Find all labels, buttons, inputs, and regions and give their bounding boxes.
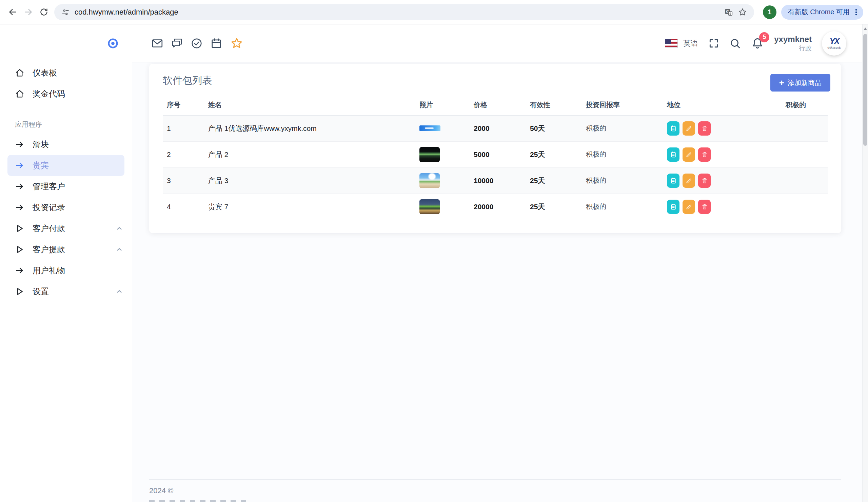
sidebar-item-label: 管理客户 — [32, 181, 123, 192]
delete-button[interactable] — [698, 147, 711, 162]
cell-photo — [415, 194, 469, 220]
station-dusk-photo — [420, 199, 440, 214]
calendar-button[interactable] — [210, 37, 223, 50]
sidebar-item[interactable]: 客户付款 — [0, 218, 132, 239]
favorites-button[interactable] — [230, 36, 244, 50]
browser-menu-dots-icon[interactable] — [852, 8, 860, 17]
notifications[interactable]: 5 — [751, 37, 764, 50]
bookmark-star-icon[interactable] — [738, 8, 747, 17]
row-actions — [667, 174, 777, 188]
chrome-update-button[interactable]: 有新版 Chrome 可用 — [781, 5, 863, 20]
reload-button[interactable] — [36, 4, 52, 20]
fullscreen-icon — [708, 38, 719, 49]
user-avatar[interactable]: YX 优选源码库 — [822, 31, 846, 55]
cell-name: 贵宾 7 — [204, 194, 415, 220]
chevron-up-icon — [116, 288, 123, 295]
cell-validity: 50天 — [526, 115, 582, 142]
package-table: 序号姓名照片价格有效性投资回报率地位积极的 1 产品 1优选源码库www.yxy… — [163, 96, 828, 220]
column-header: 积极的 — [782, 96, 828, 115]
play-triangle-icon — [15, 287, 24, 296]
header-right-cluster: 英语 5 yxymknet — [665, 31, 846, 55]
reload-icon — [39, 8, 49, 17]
chevron-up-icon — [116, 246, 123, 253]
edit-pencil-icon — [685, 203, 692, 210]
cell-price: 5000 — [469, 142, 526, 167]
avatar-logo-mark: YX — [829, 37, 838, 45]
cell-actions — [663, 194, 782, 220]
home-icon — [15, 89, 24, 98]
cell-validity: 25天 — [526, 167, 582, 194]
tasks-button[interactable] — [190, 37, 203, 50]
address-bar[interactable]: cod.hwymw.net/admin/package G — [54, 4, 754, 20]
sidebar: 仪表板 奖金代码 应用程序 滑块 贵宾 — [0, 24, 132, 502]
column-header: 投资回报率 — [582, 96, 663, 115]
cell-serial: 2 — [163, 142, 204, 167]
calendar-note-button[interactable] — [667, 174, 680, 188]
chevron-up-icon — [116, 225, 123, 232]
chat-button[interactable] — [171, 37, 183, 50]
translate-icon[interactable]: G — [724, 8, 733, 17]
footer-copyright: 2024 © — [149, 487, 841, 495]
sidebar-item[interactable]: 贵宾 — [8, 155, 124, 176]
sidebar-item[interactable]: 投资记录 — [0, 197, 132, 218]
sidebar-item[interactable]: 滑块 — [0, 134, 132, 155]
scrollbar-thumb[interactable] — [863, 34, 867, 146]
cell-validity: 25天 — [526, 194, 582, 220]
cell-roi: 积极的 — [582, 115, 663, 142]
column-header: 有效性 — [526, 96, 582, 115]
content-footer: 2024 © — [149, 479, 841, 502]
sidebar-item[interactable]: 仪表板 — [0, 62, 132, 83]
page-title: 软件包列表 — [163, 74, 828, 87]
calendar-note-button[interactable] — [667, 200, 680, 214]
chat-icon — [171, 37, 183, 50]
search-button[interactable] — [729, 38, 741, 49]
fullscreen-button[interactable] — [708, 38, 719, 49]
calendar-note-button[interactable] — [667, 147, 680, 162]
calendar-note-button[interactable] — [667, 121, 680, 136]
arrow-right-icon — [15, 203, 24, 212]
delete-trash-icon — [701, 177, 708, 184]
back-button[interactable] — [5, 4, 20, 20]
cell-photo — [415, 142, 469, 167]
add-product-button[interactable]: + 添加新商品 — [770, 74, 830, 92]
cell-empty — [782, 115, 828, 142]
table-body: 1 产品 1优选源码库www.yxymk.com 2000 50天 积极的 2 … — [163, 115, 828, 220]
sidebar-item-label: 仪表板 — [32, 67, 123, 78]
delete-button[interactable] — [698, 200, 711, 214]
sidebar-toggle-button[interactable] — [107, 37, 119, 50]
sidebar-item-label: 投资记录 — [32, 202, 123, 213]
scrollbar-up-arrow-icon[interactable] — [864, 28, 867, 30]
package-list-card: 软件包列表 + 添加新商品 序号姓名照片价格有效性投资回报率地位积极的 1 — [149, 64, 841, 233]
cell-name: 产品 3 — [204, 167, 415, 194]
browser-profile-avatar[interactable]: 1 — [763, 6, 776, 19]
delete-button[interactable] — [698, 174, 711, 188]
main-column: 英语 5 yxymknet — [132, 24, 868, 502]
language-selector[interactable]: 英语 — [665, 38, 698, 49]
edit-button[interactable] — [683, 174, 695, 188]
page-scrollbar[interactable] — [862, 24, 868, 502]
check-circle-icon — [190, 37, 203, 50]
forward-arrow-icon — [24, 8, 33, 17]
delete-button[interactable] — [698, 121, 711, 136]
sidebar-nav-apps: 滑块 贵宾 管理客户 投资记录 客户付款 — [0, 134, 132, 302]
sidebar-item[interactable]: 设置 — [0, 281, 132, 302]
sidebar-item[interactable]: 管理客户 — [0, 176, 132, 197]
table-row: 3 产品 3 10000 25天 积极的 — [163, 167, 828, 194]
edit-button[interactable] — [683, 121, 695, 136]
forward-button[interactable] — [20, 4, 36, 20]
calendar-note-icon — [670, 177, 677, 184]
play-triangle-icon — [15, 245, 24, 254]
url-text[interactable]: cod.hwymw.net/admin/package — [75, 8, 178, 17]
edit-button[interactable] — [683, 147, 695, 162]
sidebar-item[interactable]: 客户提款 — [0, 239, 132, 260]
sidebar-item[interactable]: 用户礼物 — [0, 260, 132, 281]
edit-button[interactable] — [683, 200, 695, 214]
column-header: 照片 — [415, 96, 469, 115]
sidebar-item[interactable]: 奖金代码 — [0, 83, 132, 104]
sidebar-item-label: 客户提款 — [32, 244, 116, 255]
user-menu[interactable]: yxymknet 行政 — [774, 34, 812, 53]
mail-button[interactable] — [151, 37, 163, 50]
site-settings-icon[interactable] — [61, 8, 70, 17]
arrow-right-icon — [15, 182, 24, 191]
avatar-logo-text: 优选源码库 — [827, 46, 841, 50]
